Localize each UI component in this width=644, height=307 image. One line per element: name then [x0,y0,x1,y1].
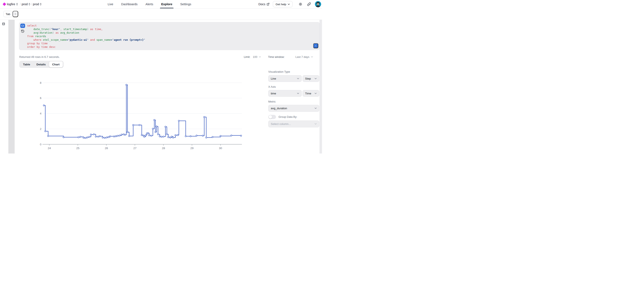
data-point-marker[interactable] [106,137,107,138]
metric-select[interactable]: avg_duration [268,105,319,112]
data-point-marker[interactable] [95,136,96,137]
query-history-button[interactable] [21,29,25,33]
data-point-marker[interactable] [152,128,154,129]
view-tab-chart[interactable]: Chart [49,61,63,67]
x-axis-column-select[interactable]: time [268,90,302,97]
avg-duration-step-chart[interactable]: 0246824252627282930 [21,75,246,152]
data-point-marker[interactable] [175,134,176,136]
data-point-marker[interactable] [166,134,168,135]
nav-item-settings[interactable]: Settings [180,0,191,8]
line-style-select[interactable]: Step [302,75,319,82]
data-point-marker[interactable] [168,137,169,138]
data-point-marker[interactable] [196,135,197,136]
data-point-marker[interactable] [190,136,191,137]
x-axis-type-select[interactable]: Time [302,90,319,97]
data-point-marker[interactable] [139,124,140,126]
data-point-marker[interactable] [145,134,146,136]
data-point-marker[interactable] [171,136,172,137]
run-query-button[interactable] [313,43,318,48]
group-by-column-select[interactable]: Select column... [268,120,319,127]
data-point-marker[interactable] [104,137,105,138]
data-point-marker[interactable] [165,126,166,127]
data-point-marker[interactable] [48,135,49,137]
data-point-marker[interactable] [154,119,155,121]
data-point-marker[interactable] [93,134,94,135]
data-point-marker[interactable] [83,137,84,138]
data-point-marker[interactable] [78,137,79,138]
data-point-marker[interactable] [148,135,150,136]
data-point-marker[interactable] [117,135,118,136]
breadcrumb-0[interactable]: prod [22,2,30,6]
data-point-marker[interactable] [204,116,205,118]
data-point-marker[interactable] [43,105,44,106]
data-point-marker[interactable] [113,136,114,137]
data-point-marker[interactable] [115,136,116,137]
data-point-marker[interactable] [86,137,88,138]
data-point-marker[interactable] [170,137,171,138]
data-point-marker[interactable] [220,135,221,137]
theme-toggle-sun-icon[interactable] [298,2,302,6]
data-point-marker[interactable] [90,134,92,135]
view-tab-details[interactable]: Details [33,61,49,67]
group-data-by-toggle[interactable] [268,115,276,119]
nav-item-explore[interactable]: Explore [161,0,172,8]
view-tab-table[interactable]: Table [20,61,33,67]
get-help-button[interactable]: Get help [273,1,292,7]
data-point-marker[interactable] [132,124,134,126]
sql-query-input[interactable]: select date_trunc('hour', start_timestam… [27,24,311,49]
data-point-marker[interactable] [119,135,120,136]
code-format-button[interactable] [20,23,25,28]
data-point-marker[interactable] [80,136,81,137]
data-point-marker[interactable] [99,136,100,137]
data-point-marker[interactable] [109,136,110,137]
data-point-marker[interactable] [98,136,99,137]
limit-select[interactable]: 100 [253,55,261,58]
data-point-marker[interactable] [177,134,178,136]
data-point-marker[interactable] [121,134,122,135]
add-tab-button[interactable] [12,11,18,17]
data-point-marker[interactable] [126,84,127,85]
data-point-marker[interactable] [127,132,128,133]
data-point-marker[interactable] [231,135,232,136]
data-point-marker[interactable] [212,136,213,138]
data-point-marker[interactable] [108,136,109,138]
data-point-marker[interactable] [124,134,126,135]
data-point-marker[interactable] [156,126,157,127]
data-point-marker[interactable] [148,132,149,134]
query-tab[interactable]: Tab [3,11,12,17]
data-point-marker[interactable] [142,135,144,136]
data-point-marker[interactable] [85,137,86,138]
data-point-marker[interactable] [202,135,204,136]
data-point-marker[interactable] [141,134,142,136]
data-point-marker[interactable] [178,120,180,121]
data-point-marker[interactable] [123,134,124,135]
data-point-marker[interactable] [206,137,207,138]
data-point-marker[interactable] [185,136,186,137]
data-point-marker[interactable] [63,137,64,138]
data-point-marker[interactable] [163,136,164,137]
data-point-marker[interactable] [89,136,90,137]
time-window-select[interactable]: Last 7 days [296,55,313,58]
nav-item-live[interactable]: Live [108,0,113,8]
docs-link[interactable]: Docs [258,0,270,8]
data-point-marker[interactable] [155,131,156,133]
left-scrollbar[interactable] [8,20,15,153]
user-avatar[interactable] [315,1,321,7]
data-point-marker[interactable] [172,137,174,138]
data-point-marker[interactable] [45,131,46,132]
data-point-marker[interactable] [240,135,242,136]
data-point-marker[interactable] [159,136,160,137]
data-point-marker[interactable] [158,134,159,135]
visualization-type-select[interactable]: Line [268,75,302,82]
schema-database-icon[interactable] [2,22,5,26]
breadcrumb-1[interactable]: prod [33,2,42,6]
nav-item-alerts[interactable]: Alerts [146,0,153,8]
copy-link-icon[interactable] [307,2,311,6]
data-point-marker[interactable] [150,135,152,136]
data-point-marker[interactable] [128,135,130,137]
org-selector[interactable]: logfire [7,2,18,6]
data-point-marker[interactable] [102,137,103,138]
data-point-marker[interactable] [161,136,162,137]
right-scrollbar[interactable] [320,20,322,153]
data-point-marker[interactable] [144,136,145,137]
